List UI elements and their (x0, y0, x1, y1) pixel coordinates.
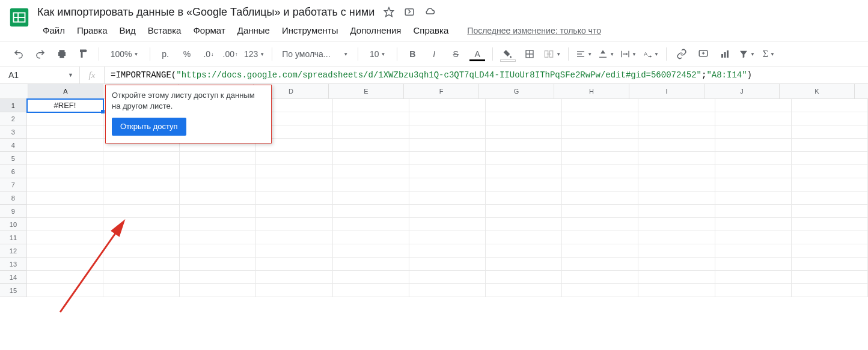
cell[interactable] (792, 231, 868, 244)
cell[interactable] (409, 99, 486, 112)
cell[interactable] (333, 165, 409, 178)
cell[interactable] (333, 231, 409, 244)
cell[interactable] (792, 139, 868, 152)
borders-button[interactable] (519, 46, 540, 62)
cell[interactable] (562, 218, 638, 231)
column-header[interactable]: E (329, 84, 404, 98)
cell[interactable] (792, 192, 868, 205)
cell[interactable] (486, 205, 562, 218)
cell[interactable] (715, 244, 792, 258)
cell[interactable] (256, 152, 332, 165)
cell[interactable] (486, 99, 562, 112)
cell[interactable] (333, 139, 409, 152)
increase-decimal-button[interactable]: .00↑ (220, 46, 240, 62)
cell[interactable] (562, 258, 638, 271)
cell[interactable] (715, 139, 792, 152)
cell[interactable] (27, 284, 103, 297)
menu-addons[interactable]: Дополнения (345, 23, 407, 38)
cell[interactable] (27, 244, 103, 258)
cell[interactable] (409, 165, 486, 178)
cell[interactable] (103, 231, 180, 244)
format-currency-button[interactable]: р. (155, 46, 176, 62)
horizontal-align-button[interactable]: ▼ (573, 46, 594, 62)
column-header[interactable]: F (404, 84, 479, 98)
cell[interactable] (792, 258, 868, 271)
row-header[interactable]: 2 (0, 112, 27, 125)
cell[interactable] (486, 152, 562, 165)
cell[interactable] (715, 205, 792, 218)
bold-button[interactable]: B (402, 46, 423, 62)
cell[interactable] (562, 165, 638, 178)
row-header[interactable]: 9 (0, 205, 27, 218)
cell[interactable] (409, 112, 486, 125)
cell[interactable] (562, 139, 638, 152)
spreadsheet-grid[interactable]: A B C D E F G H I J K 1#REF!234567891011… (0, 84, 868, 297)
cell[interactable] (256, 192, 332, 205)
cell[interactable] (409, 125, 486, 139)
cell[interactable] (792, 205, 868, 218)
format-percent-button[interactable]: % (177, 46, 197, 62)
cell[interactable] (103, 165, 180, 178)
cell[interactable] (792, 284, 868, 297)
cell[interactable] (333, 284, 409, 297)
cell[interactable] (715, 231, 792, 244)
cell[interactable] (638, 271, 715, 284)
text-wrap-button[interactable]: ▼ (618, 46, 639, 62)
cell[interactable] (562, 231, 638, 244)
row-header[interactable]: 3 (0, 125, 27, 139)
cell[interactable] (27, 139, 103, 152)
cell[interactable] (792, 271, 868, 284)
cell[interactable] (180, 284, 256, 297)
cell[interactable] (638, 205, 715, 218)
cell[interactable] (715, 271, 792, 284)
cell[interactable] (103, 284, 180, 297)
cell[interactable] (409, 258, 486, 271)
cell[interactable] (27, 258, 103, 271)
cell[interactable] (562, 192, 638, 205)
cell[interactable] (180, 231, 256, 244)
row-header[interactable]: 4 (0, 139, 27, 152)
cell[interactable] (333, 218, 409, 231)
cell[interactable] (180, 271, 256, 284)
row-header[interactable]: 13 (0, 258, 27, 271)
cell[interactable] (792, 218, 868, 231)
row-header[interactable]: 11 (0, 231, 27, 244)
cell[interactable] (27, 205, 103, 218)
cell[interactable] (486, 231, 562, 244)
cell[interactable] (638, 152, 715, 165)
cell[interactable] (792, 152, 868, 165)
cell[interactable] (103, 218, 180, 231)
text-rotation-button[interactable]: A▼ (640, 46, 661, 62)
cell[interactable] (333, 99, 409, 112)
cell[interactable] (562, 284, 638, 297)
vertical-align-button[interactable]: ▼ (596, 46, 617, 62)
cell[interactable] (27, 125, 103, 139)
cell[interactable] (792, 112, 868, 125)
cell[interactable] (486, 271, 562, 284)
cell[interactable] (638, 244, 715, 258)
cell[interactable] (180, 205, 256, 218)
last-edit-label[interactable]: Последнее изменение: только что (462, 23, 606, 38)
insert-link-button[interactable] (671, 46, 692, 62)
text-color-button[interactable]: A (467, 46, 487, 62)
cell[interactable] (180, 244, 256, 258)
cell[interactable]: #REF! (27, 99, 103, 112)
menu-view[interactable]: Вид (114, 23, 141, 38)
cell[interactable] (27, 112, 103, 125)
cell[interactable] (638, 178, 715, 192)
cell[interactable] (256, 165, 332, 178)
font-size-select[interactable]: 10▼ (363, 46, 392, 62)
allow-access-button[interactable]: Открыть доступ (112, 118, 186, 136)
cell[interactable] (409, 152, 486, 165)
cell[interactable] (792, 178, 868, 192)
cell[interactable] (792, 165, 868, 178)
cell[interactable] (27, 165, 103, 178)
cell[interactable] (638, 218, 715, 231)
cell[interactable] (180, 258, 256, 271)
cell[interactable] (27, 231, 103, 244)
cell[interactable] (333, 271, 409, 284)
cell[interactable] (715, 284, 792, 297)
app-logo[interactable] (7, 5, 31, 36)
star-icon[interactable] (383, 6, 395, 18)
cell[interactable] (409, 244, 486, 258)
